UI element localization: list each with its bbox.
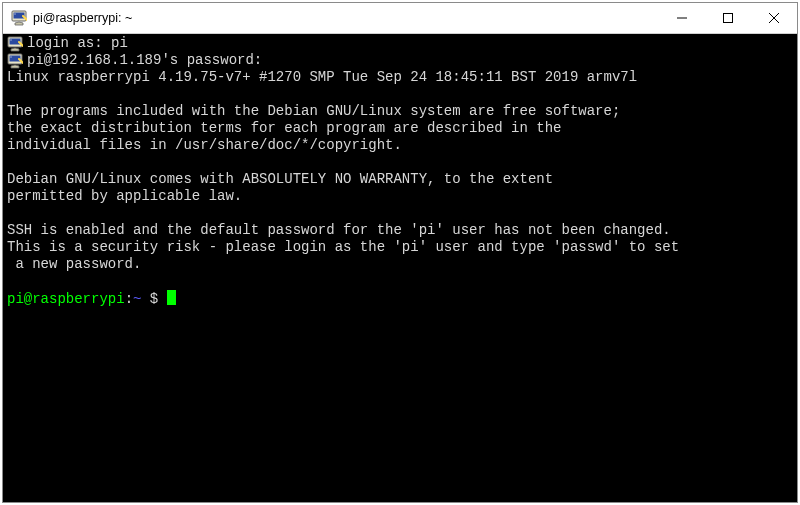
motd-text: permitted by applicable law. (7, 188, 242, 204)
close-button[interactable] (751, 3, 797, 33)
svg-rect-4 (724, 14, 733, 23)
terminal-output[interactable]: login as: pipi@192.168.1.189's password:… (3, 34, 797, 502)
maximize-icon (723, 13, 733, 23)
maximize-button[interactable] (705, 3, 751, 33)
terminal-window: pi@raspberrypi: ~ login as: pipi@192.168… (2, 2, 798, 503)
window-controls (659, 3, 797, 33)
password-prompt-text: pi@192.168.1.189's password: (27, 52, 262, 69)
motd-text: individual files in /usr/share/doc/*/cop… (7, 137, 402, 153)
minimize-icon (677, 13, 687, 23)
login-prompt-text: login as: (27, 35, 111, 51)
window-title: pi@raspberrypi: ~ (33, 11, 659, 25)
titlebar[interactable]: pi@raspberrypi: ~ (3, 3, 797, 34)
ssh-warning-text: a new password. (7, 256, 141, 272)
prompt-user-host: pi@raspberrypi (7, 291, 125, 307)
svg-rect-2 (15, 14, 16, 15)
login-user-text: pi (111, 35, 128, 51)
banner-text: Linux raspberrypi 4.19.75-v7+ #1270 SMP … (7, 69, 637, 85)
svg-rect-9 (11, 40, 12, 41)
password-line: pi@192.168.1.189's password: (7, 52, 793, 69)
minimize-button[interactable] (659, 3, 705, 33)
motd-text: Debian GNU/Linux comes with ABSOLUTELY N… (7, 171, 553, 187)
close-icon (769, 13, 779, 23)
motd-text: The programs included with the Debian GN… (7, 103, 620, 119)
svg-rect-12 (11, 57, 12, 58)
prompt-dollar: $ (141, 291, 166, 307)
motd-text: the exact distribution terms for each pr… (7, 120, 562, 136)
login-line: login as: pi (7, 35, 793, 52)
putty-icon (7, 36, 23, 52)
putty-app-icon (11, 10, 27, 26)
ssh-warning-text: This is a security risk - please login a… (7, 239, 679, 255)
terminal-cursor (167, 290, 176, 305)
putty-icon (7, 53, 23, 69)
ssh-warning-text: SSH is enabled and the default password … (7, 222, 671, 238)
prompt-separator: : (125, 291, 133, 307)
